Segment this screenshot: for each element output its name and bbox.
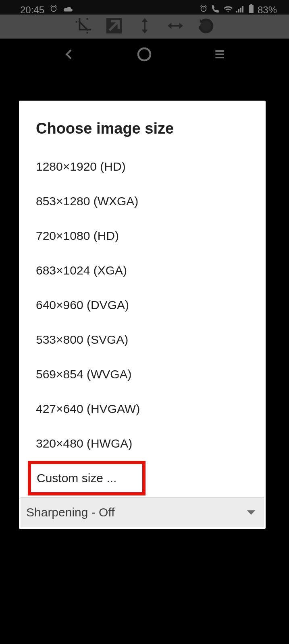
- custom-size-option[interactable]: Custom size ...: [28, 461, 146, 495]
- choose-size-dialog: Choose image size 1280×1920 (HD) 853×128…: [19, 101, 266, 529]
- dialog-title: Choose image size: [19, 101, 266, 149]
- sharpening-dropdown[interactable]: Sharpening - Off: [21, 497, 264, 527]
- size-option[interactable]: 853×1280 (WXGA): [19, 184, 266, 219]
- custom-size-label: Custom size ...: [37, 471, 116, 485]
- size-option[interactable]: 683×1024 (XGA): [19, 253, 266, 288]
- size-option[interactable]: 533×800 (SVGA): [19, 322, 266, 357]
- sharpening-label: Sharpening - Off: [26, 506, 115, 519]
- size-option[interactable]: 427×640 (HVGAW): [19, 392, 266, 426]
- size-option[interactable]: 320×480 (HWGA): [19, 426, 266, 461]
- size-option[interactable]: 640×960 (DVGA): [19, 288, 266, 322]
- size-option[interactable]: 569×854 (WVGA): [19, 357, 266, 392]
- chevron-down-icon: [247, 510, 255, 515]
- size-option[interactable]: 1280×1920 (HD): [19, 149, 266, 184]
- size-option[interactable]: 720×1080 (HD): [19, 219, 266, 253]
